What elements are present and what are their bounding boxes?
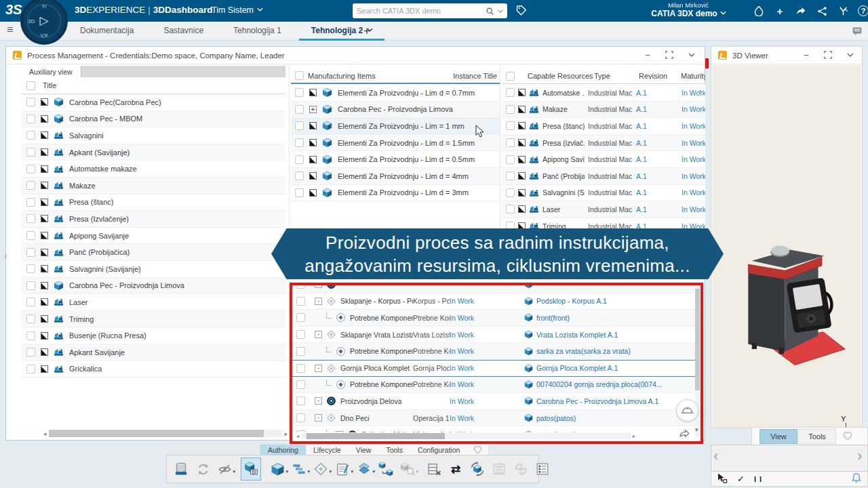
- list-item[interactable]: Presa (Izvlačenje): [21, 211, 285, 228]
- row-checkbox[interactable]: [506, 188, 515, 197]
- row-checkbox[interactable]: [26, 214, 35, 223]
- favorites-heart-icon[interactable]: [842, 431, 853, 443]
- expand-toggle-icon[interactable]: [315, 414, 322, 422]
- row-checkbox[interactable]: [296, 347, 305, 356]
- row-checkbox[interactable]: [26, 365, 35, 373]
- expand-toggle-icon[interactable]: [309, 189, 317, 197]
- row-checkbox[interactable]: [296, 330, 305, 339]
- expand-toggle-icon[interactable]: [41, 348, 48, 356]
- row-checkbox[interactable]: [506, 105, 515, 114]
- expand-toggle-icon[interactable]: [41, 115, 48, 123]
- gantt-chart-icon[interactable]: ▾: [289, 458, 309, 481]
- dashboard-tab[interactable]: Sastavnice: [151, 22, 216, 41]
- tag-icon[interactable]: [515, 5, 527, 16]
- process-tree-row[interactable]: Potrebne Komponente Ptrebne Komp... In W…: [292, 310, 695, 327]
- assistant-helmet-badge[interactable]: [676, 399, 698, 422]
- expand-toggle-icon[interactable]: [41, 199, 48, 206]
- row-checkbox[interactable]: [26, 331, 35, 340]
- check-icon[interactable]: ✓: [737, 474, 745, 484]
- row-checkbox[interactable]: [295, 88, 304, 97]
- viewer-tab-tools[interactable]: Tools: [798, 429, 836, 444]
- structure-list-icon[interactable]: [532, 458, 553, 481]
- manufacturing-item-row[interactable]: Elementi Za Proizvodnju - Lim d = 0.5mm: [291, 151, 500, 168]
- row-checkbox[interactable]: [296, 380, 305, 389]
- expand-toggle-icon[interactable]: [309, 172, 317, 180]
- export-icon[interactable]: [679, 428, 690, 439]
- new-product-icon[interactable]: ▾: [267, 458, 288, 481]
- workspace-selector[interactable]: Tim Sistem: [212, 5, 262, 15]
- list-item[interactable]: Presa (štanc): [21, 195, 285, 211]
- process-tree-row[interactable]: Sklapanje - Korpus - Podsklop Korpus - P…: [292, 293, 695, 310]
- resource-row[interactable]: Panč (Probija... Industrial Mac... A.1 I…: [502, 168, 705, 185]
- row-checkbox[interactable]: [296, 313, 305, 322]
- expand-toggle-icon[interactable]: [41, 215, 48, 222]
- select-all-checkbox[interactable]: [295, 71, 304, 80]
- list-item[interactable]: Apkant Savijanje: [21, 344, 285, 361]
- list-item[interactable]: Automatske makaze: [21, 161, 285, 178]
- manufacturing-item-row[interactable]: Elementi Za Proizvodnju - Lim d = 3mm: [291, 185, 500, 202]
- action-bar-tab[interactable]: Lifecycle: [306, 445, 349, 455]
- row-checkbox[interactable]: [26, 298, 35, 306]
- search-options-chevron-icon[interactable]: [498, 9, 503, 13]
- manufacturing-item-row[interactable]: Carobna Pec - Proizvodnja Limova: [291, 102, 500, 119]
- expand-toggle-icon[interactable]: [518, 89, 526, 96]
- scope-link[interactable]: Gornja Ploca Komplet A.1: [524, 364, 695, 373]
- expand-toggle-icon[interactable]: [518, 156, 526, 163]
- resource-row[interactable]: Presa (izvlač... Industrial Mac... A.1 I…: [502, 135, 705, 152]
- row-checkbox[interactable]: [295, 171, 304, 180]
- expand-toggle-icon[interactable]: [41, 265, 48, 272]
- layers-icon[interactable]: ▾: [354, 458, 374, 481]
- row-checkbox[interactable]: [296, 364, 305, 373]
- expand-toggle-icon[interactable]: [518, 122, 526, 129]
- export-options-caret-icon[interactable]: ▾: [695, 426, 698, 433]
- remove-rows-icon[interactable]: [424, 458, 444, 481]
- row-checkbox[interactable]: [506, 205, 515, 214]
- scroll-up-icon[interactable]: ▴: [699, 87, 702, 94]
- row-checkbox[interactable]: [296, 396, 305, 405]
- resource-row[interactable]: Salvagnini (S... Industrial Mac... A.1 I…: [502, 185, 705, 202]
- list-item[interactable]: Panč (Probijačica): [21, 244, 285, 261]
- manufacturing-items-header[interactable]: Manufacturing Items Instance Title: [291, 68, 500, 84]
- work-instructions-icon[interactable]: ▾: [332, 458, 353, 481]
- row-checkbox[interactable]: [506, 88, 515, 97]
- expand-toggle-icon[interactable]: [309, 106, 317, 113]
- list-item[interactable]: Laser: [21, 294, 285, 311]
- scrollbar-thumb[interactable]: [307, 433, 445, 439]
- list-item[interactable]: Apkant (Savijanje): [21, 144, 285, 161]
- resource-row[interactable]: Makaze Industrial Mac... A.1 In Work: [502, 102, 705, 119]
- expand-toggle-icon[interactable]: [41, 232, 48, 239]
- screenshot-capture-icon[interactable]: [241, 458, 261, 481]
- process-tree-row[interactable]: Gornja Ploca Komplet Gornja Ploca ... In…: [292, 360, 695, 377]
- manufacturing-item-row[interactable]: Elementi Za Proizvodnju - Lim d = 1.5mm: [291, 135, 500, 152]
- expand-toggle-icon[interactable]: [41, 249, 48, 256]
- action-bar-tab[interactable]: Authoring: [260, 445, 306, 455]
- row-checkbox[interactable]: [295, 105, 304, 114]
- scrollbar-thumb[interactable]: [49, 430, 264, 437]
- row-checkbox[interactable]: [26, 115, 35, 123]
- scope-link[interactable]: [524, 283, 695, 289]
- expand-toggle-icon[interactable]: [41, 148, 48, 156]
- expand-toggle-icon[interactable]: [309, 156, 317, 163]
- help-icon[interactable]: ?: [858, 5, 868, 16]
- expand-toggle-icon[interactable]: [315, 397, 322, 405]
- comments-icon[interactable]: [852, 26, 863, 37]
- widget-header[interactable]: Process Management - Credentials:Demo sp…: [6, 47, 705, 64]
- manufacturing-item-row[interactable]: Elementi Za Proizvodnju - Lim = 1 mm: [291, 118, 500, 135]
- action-bar-tab[interactable]: Tools: [378, 445, 410, 455]
- row-checkbox[interactable]: [26, 248, 35, 257]
- scope-link[interactable]: sarka za vrata(sarka za vrata): [524, 347, 695, 356]
- auxiliary-view-tab[interactable]: Auxiliary view: [21, 66, 81, 77]
- swap-arrows-icon[interactable]: ⇄: [446, 458, 466, 481]
- process-tree-row[interactable]: [292, 283, 695, 293]
- toolbar-prev-chevron-icon[interactable]: ‹: [713, 447, 718, 465]
- row-checkbox[interactable]: [506, 121, 515, 130]
- process-tree-row[interactable]: Sklapanje Vrata Lozista Komplet Vrata Lo…: [292, 327, 695, 344]
- list-item[interactable]: Triming: [21, 311, 285, 328]
- expand-toggle-icon[interactable]: [41, 365, 48, 373]
- expand-toggle-icon[interactable]: [309, 139, 317, 146]
- list-item[interactable]: Carobna Pec - Proizvodnja Limova: [21, 278, 285, 295]
- toolbar-next-chevron-icon[interactable]: ›: [857, 447, 862, 465]
- row-checkbox[interactable]: [295, 155, 304, 164]
- expand-toggle-icon[interactable]: [41, 298, 48, 306]
- title-column-header[interactable]: Title: [21, 77, 285, 94]
